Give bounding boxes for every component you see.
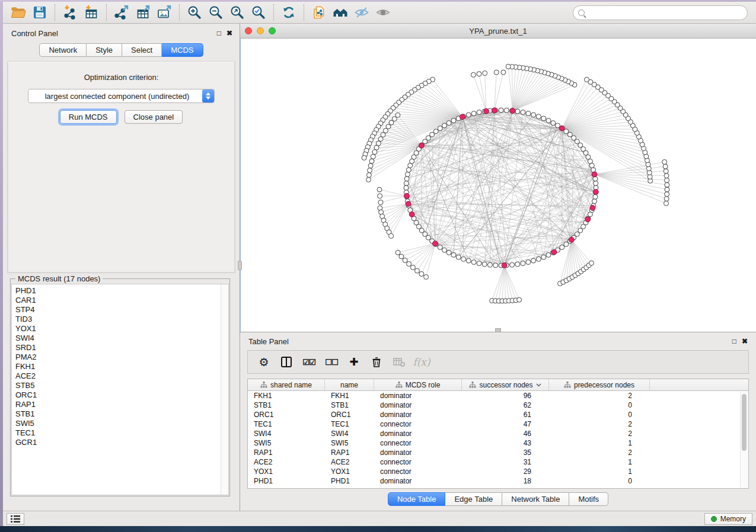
desktop-top-strip — [0, 0, 756, 2]
task-history-button[interactable] — [7, 513, 24, 525]
split-panel-button[interactable] — [276, 353, 296, 371]
mcds-result-item[interactable]: STB5 — [15, 381, 221, 390]
vertical-splitter-handle[interactable] — [238, 261, 242, 270]
tab-select[interactable]: Select — [122, 43, 162, 57]
zoom-fit-button[interactable] — [227, 4, 248, 21]
add-column-button[interactable]: ✚ — [344, 353, 364, 371]
mcds-result-item[interactable]: ACE2 — [15, 371, 221, 381]
mcds-result-item[interactable]: ORC1 — [15, 390, 221, 400]
search-box[interactable] — [573, 5, 748, 20]
control-panel-titlebar: Control Panel □ ✖ — [3, 24, 240, 40]
export-network-button[interactable] — [111, 4, 132, 21]
table-row[interactable]: SWI4SWI4dominator462 — [248, 429, 748, 438]
mcds-result-item[interactable]: FKH1 — [15, 362, 221, 371]
import-network-button[interactable] — [59, 4, 81, 21]
mcds-result-item[interactable]: TEC1 — [15, 428, 221, 438]
table-panel: Table Panel □ ✖ ⚙☑☑☐☐✚f(x) shared namena… — [240, 332, 756, 511]
table-scrollbar[interactable] — [740, 392, 748, 488]
column-header-name[interactable]: name — [325, 379, 374, 390]
mcds-list-scrollbar[interactable] — [221, 284, 228, 495]
mcds-result-item[interactable]: SRD1 — [15, 343, 221, 352]
export-table-button[interactable] — [132, 4, 154, 21]
deselect-all-button[interactable]: ☐☐ — [321, 353, 342, 371]
column-header-MCDS-role[interactable]: MCDS role — [374, 379, 462, 390]
cell-shared-name: FKH1 — [248, 392, 325, 400]
close-panel-icon[interactable]: ✖ — [227, 30, 232, 37]
save-session-button[interactable] — [29, 4, 50, 21]
refresh-view-button[interactable] — [278, 4, 299, 21]
duplicate-network-button[interactable] — [308, 4, 330, 21]
toolbar-icon-groups — [8, 4, 394, 21]
mcds-result-item[interactable]: STB1 — [15, 409, 221, 419]
horizontal-splitter-handle[interactable] — [495, 328, 501, 332]
network-canvas[interactable] — [240, 39, 756, 332]
close-panel-icon[interactable]: ✖ — [742, 338, 748, 345]
show-all-button[interactable] — [372, 4, 394, 21]
open-folder-button[interactable] — [8, 4, 29, 21]
zoom-out-button[interactable] — [205, 4, 227, 21]
mcds-result-item[interactable]: GCR1 — [15, 438, 221, 447]
table-row[interactable]: SWI5SWI5connector431 — [248, 438, 748, 448]
zoom-selected-icon — [251, 5, 266, 20]
hosts-button[interactable] — [330, 4, 351, 21]
plus-icon: ✚ — [349, 355, 358, 368]
table-row[interactable]: ACE2ACE2connector311 — [248, 457, 748, 467]
mcds-result-item[interactable]: SWI5 — [15, 419, 221, 428]
export-network-icon — [114, 5, 129, 20]
close-panel-button[interactable]: Close panel — [125, 110, 183, 124]
select-all-button[interactable]: ☑☑ — [299, 353, 319, 371]
float-window-icon[interactable]: □ — [217, 30, 221, 37]
tab-style[interactable]: Style — [87, 43, 122, 57]
cell-predecessor-nodes: 1 — [549, 439, 650, 447]
column-header-predecessor-nodes[interactable]: predecessor nodes — [549, 379, 650, 390]
hide-selected-button[interactable] — [351, 4, 372, 21]
settings-button[interactable]: ⚙ — [254, 353, 274, 371]
control-panel: Control Panel □ ✖ NetworkStyleSelectMCDS… — [3, 24, 240, 511]
control-panel-title: Control Panel — [11, 29, 58, 38]
table-row[interactable]: PHD1PHD1dominator180 — [248, 476, 748, 486]
cell-name: ACE2 — [325, 458, 374, 466]
mcds-result-item[interactable]: SWI4 — [15, 334, 221, 343]
mcds-result-item[interactable]: PHD1 — [15, 286, 221, 296]
mcds-result-item[interactable]: STP4 — [15, 305, 221, 315]
column-header-shared-name[interactable]: shared name — [248, 379, 325, 390]
column-header-successor-nodes[interactable]: successor nodes — [462, 379, 549, 390]
mcds-result-list[interactable]: PHD1CAR1STP4TID3YOX1SWI4SRD1PMA2FKH1ACE2… — [11, 284, 229, 495]
toolbar-separator — [179, 4, 180, 21]
mcds-result-item[interactable]: TID3 — [15, 315, 221, 324]
table-row[interactable]: FKH1FKH1dominator962 — [248, 391, 748, 400]
toolbar-separator — [106, 4, 107, 21]
tab-edge-table[interactable]: Edge Table — [445, 492, 502, 506]
tab-motifs[interactable]: Motifs — [569, 492, 608, 506]
cell-MCDS-role: dominator — [374, 477, 462, 485]
cell-shared-name: PHD1 — [248, 477, 325, 485]
tab-network-table[interactable]: Network Table — [502, 492, 569, 506]
export-image-button[interactable] — [154, 4, 175, 21]
table-row[interactable]: ORC1ORC1dominator610 — [248, 410, 748, 419]
mcds-result-item[interactable]: RAP1 — [15, 400, 221, 409]
import-table-button[interactable] — [81, 4, 102, 21]
table-row[interactable]: STB1STB1dominator620 — [248, 400, 748, 410]
tab-mcds[interactable]: MCDS — [162, 43, 203, 57]
select-all-icon: ☑☑ — [302, 358, 315, 367]
zoom-selected-button[interactable] — [248, 4, 269, 21]
criterion-dropdown[interactable]: largest connected component (undirected) — [28, 89, 215, 103]
mcds-result-item[interactable]: CAR1 — [15, 296, 221, 305]
table-row[interactable]: TEC1TEC1connector472 — [248, 419, 748, 429]
float-window-icon[interactable]: □ — [732, 338, 736, 345]
tab-node-table[interactable]: Node Table — [388, 492, 446, 506]
table-row[interactable]: YOX1YOX1connector291 — [248, 467, 748, 476]
mcds-result-item[interactable]: YOX1 — [15, 324, 221, 334]
run-mcds-button[interactable]: Run MCDS — [60, 110, 117, 124]
network-graph[interactable] — [241, 39, 756, 332]
memory-button[interactable]: Memory — [704, 513, 752, 525]
search-input[interactable] — [585, 7, 747, 18]
open-folder-icon — [11, 5, 26, 20]
refresh-view-icon — [281, 5, 296, 20]
zoom-in-button[interactable] — [184, 4, 205, 21]
table-row[interactable]: RAP1RAP1dominator352 — [248, 448, 748, 457]
delete-column-button[interactable] — [366, 353, 387, 371]
tab-network[interactable]: Network — [39, 43, 87, 57]
mcds-result-item[interactable]: PMA2 — [15, 352, 221, 362]
table-scrollbar-thumb[interactable] — [742, 394, 747, 451]
